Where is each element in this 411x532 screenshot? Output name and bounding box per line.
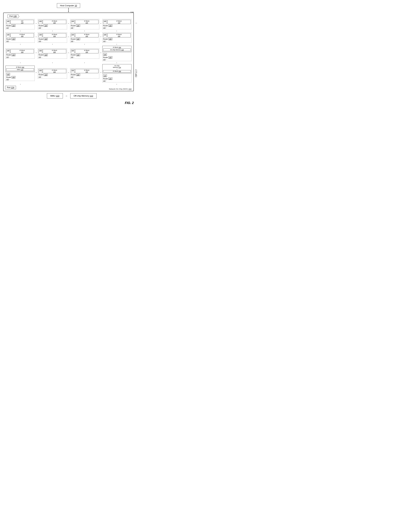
cell-r4c2: 106 IP Block104 Router 108 110 ← (37, 68, 67, 79)
port-130-box: Port 130 (8, 15, 18, 18)
cell-r4c1-mmu: IP Block 104 MMU 120 106 Router 108 110 … (5, 65, 35, 81)
noc-container: Port 130 ↕ 106 HIP 128 (3, 13, 134, 91)
cell-r3c2: 106 IP Block104 Router 108 110 ← (37, 48, 67, 59)
cell-r1c4: 106 IP Block 104 Router 108 110 ← — 118 (102, 19, 132, 30)
cell-r2c1: 106 IP Block104 Router 108 110 ← (5, 32, 35, 43)
cell-r1c1: 106 HIP 128 Router 108 110 ← (5, 19, 35, 30)
port-124-box: Port 124 (5, 86, 16, 89)
cell-r2c4: 106 IP Block104 Router 108 110 ← (102, 32, 132, 43)
cell-r4c4-onchip114: On-chipMemory 114 ↕ IP Block 104 106 Rou… (102, 64, 132, 83)
offchip-memory-bottom: Off-chip Memory 112 (70, 93, 97, 98)
host-ref: 10 (75, 4, 77, 7)
cell-r4c3: 106 IP Block104 Router 108 110 ← (70, 68, 100, 79)
page: Host Computer 10 ▼ 100 Port 130 ↕ (3, 3, 134, 105)
cell-r1c2: 106 IP Block 104 Router 108 110 ← (37, 19, 67, 30)
host-label: Host Computer (60, 4, 74, 7)
mmu-bottom: MMU 122 (47, 93, 63, 98)
host-computer-box: Host Computer 10 (57, 3, 80, 8)
cell-r2c2: 106 IP Block104 Router 108 110 ← (37, 32, 67, 43)
cell-r3c3: 106 IP Block104 Router 108 110 ← (70, 48, 100, 59)
port-126-box: Port 126 (135, 69, 137, 77)
cell-r3c1: 106 IP Block104 Router 108 110 ← (5, 48, 35, 59)
cell-r2c3: 106 IP Block104 Router 108 110 ← (70, 32, 100, 43)
ref-118: — 118 (136, 22, 137, 24)
hip-label: HIP (11, 20, 33, 22)
cell-r1c3: 106 IP Block 104 Router 108 110 ← (70, 19, 100, 30)
cell-r3c4-onchip116: IP Block 104 On-chip Memory 116 106 Rout… (102, 46, 132, 61)
noc-label: Network On Chip (NOC) 102 (109, 88, 131, 90)
fig-label: FIG. 2 (3, 101, 134, 105)
router-label-r1c1: Router (6, 25, 11, 27)
